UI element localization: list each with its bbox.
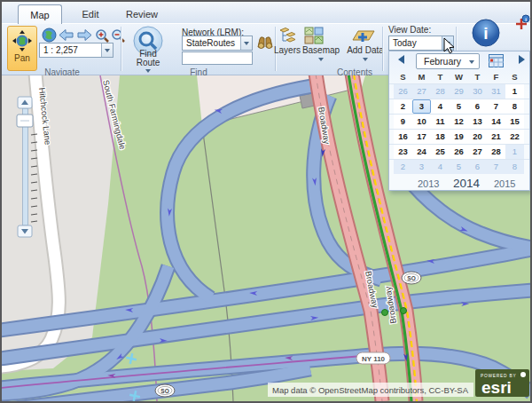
calendar-day[interactable]: 15 [505,115,524,129]
map-attribution: Map data © OpenStreetMap contributors, C… [272,385,469,395]
calendar-grid: 2627282930311234567891011121314151617181… [389,83,529,174]
calendar-next-month-icon[interactable] [516,55,527,67]
scale-value: 1 : 2,257 [43,45,78,55]
ribbon-tab-bar: Map Edit Review [2,2,530,24]
calendar-day[interactable]: 8 [505,160,524,174]
calendar-day[interactable]: 18 [431,130,450,144]
calendar-day[interactable]: 12 [450,115,468,129]
calendar-day[interactable]: 21 [487,130,505,144]
calendar-year-2013[interactable]: 2013 [418,178,439,189]
calendar-year-2015[interactable]: 2015 [494,178,515,189]
add-data-dropdown-icon[interactable] [363,58,368,61]
calendar-day[interactable]: 22 [505,130,524,144]
calendar-month-dropdown[interactable]: February [416,53,480,69]
calendar-weekday: S [505,71,524,83]
group-separator [382,27,384,71]
calendar-day[interactable]: 2 [394,99,412,114]
add-data-icon[interactable] [351,28,376,45]
calendar-day[interactable]: 7 [487,99,505,114]
calendar-weekday: W [450,71,468,83]
calendar-day[interactable]: 14 [487,115,505,129]
calendar-day[interactable]: 3 [412,160,431,174]
calendar-year-row: 2013 2014 2015 [389,176,529,192]
view-date-label: View Date: [388,25,442,35]
app-window: Map Edit Review Pan 1 : [0,0,532,403]
calendar-day[interactable]: 11 [431,115,450,129]
calendar-weekday: S [394,71,412,83]
view-date-value: Today [393,38,417,48]
basemap-icon[interactable] [304,27,324,44]
calendar-day[interactable]: 4 [431,160,450,174]
calendar-day[interactable]: 26 [394,84,412,99]
full-extent-globe-icon[interactable] [41,28,57,43]
calendar-day[interactable]: 9 [394,115,412,129]
calendar-day[interactable]: 17 [412,130,431,144]
pan-globe-icon [12,30,32,51]
previous-extent-arrow-icon[interactable] [59,28,74,43]
calendar-day[interactable]: 20 [468,130,487,144]
calendar-month-value: February [424,56,461,67]
basemap-label: Basemap [301,45,340,55]
pan-button[interactable]: Pan [7,26,37,71]
find-route-label: FindRoute [122,50,174,67]
calendar-year-2014[interactable]: 2014 [453,177,480,190]
calendar-day[interactable]: 13 [468,115,487,129]
calendar-weekday: T [431,71,450,83]
next-extent-arrow-icon[interactable] [76,28,92,43]
calendar-popup: February SMTWTFS 26272829303112345678910… [388,51,530,191]
calendar-day[interactable]: 1 [505,145,524,159]
route-input[interactable] [182,51,253,65]
calendar-prev-month-icon[interactable] [396,55,407,67]
calendar-day[interactable]: 28 [431,84,450,99]
add-data-label: Add Data [344,45,387,55]
zoom-in-icon[interactable] [94,28,110,43]
calendar-header: February [389,51,529,71]
calendar-day[interactable]: 27 [468,145,487,159]
calendar-day[interactable]: 28 [487,145,505,159]
calendar-day[interactable]: 8 [505,99,524,114]
calendar-day[interactable]: 5 [450,160,468,174]
zoom-out-icon[interactable] [110,28,126,43]
identify-route-icon[interactable]: i [514,14,530,30]
calendar-weekday: F [487,71,505,83]
view-date-dropdown-icon[interactable] [442,36,453,50]
pan-label: Pan [8,53,36,63]
calendar-day[interactable]: 7 [487,160,505,174]
calendar-day[interactable]: 29 [450,84,468,99]
calendar-day[interactable]: 4 [431,99,450,114]
calendar-day[interactable]: 30 [468,84,487,99]
calendar-day[interactable]: 19 [450,130,468,144]
basemap-dropdown-icon[interactable] [318,58,324,61]
scale-combobox[interactable]: 1 : 2,257 [39,43,113,58]
calendar-day[interactable]: 31 [487,84,505,99]
calendar-day[interactable]: 6 [468,160,487,174]
tab-edit[interactable]: Edit [73,4,108,24]
route-shield-ny110: NY 110 [356,352,390,364]
calendar-day[interactable]: 1 [505,84,524,99]
calendar-today-icon[interactable] [489,54,504,67]
calendar-day[interactable]: 16 [394,130,412,144]
info-button[interactable]: i [471,18,501,48]
scale-dropdown-icon[interactable] [101,43,113,57]
network-combobox[interactable]: StateRoutes [182,36,253,51]
calendar-day[interactable]: 5 [450,99,468,114]
calendar-day-selected[interactable]: 3 [412,99,431,114]
calendar-day[interactable]: 6 [468,99,487,114]
tab-review[interactable]: Review [119,4,165,24]
calendar-day[interactable]: 23 [394,145,412,159]
calendar-day[interactable]: 24 [412,145,431,159]
calendar-weekday-row: SMTWTFS [389,71,529,83]
esri-brand: esri [481,378,512,397]
view-date-combobox[interactable]: Today [388,36,454,51]
calendar-day[interactable]: 2 [394,160,412,174]
calendar-day[interactable]: 26 [450,145,468,159]
calendar-day[interactable]: 25 [431,145,450,159]
network-dropdown-icon[interactable] [240,36,252,50]
route-shield-so-2: SO [155,384,175,397]
tab-map[interactable]: Map [18,4,62,24]
route-shield-so-1: SO [402,272,421,284]
calendar-day[interactable]: 10 [412,115,431,129]
svg-text:SO: SO [160,388,168,394]
layers-icon[interactable] [278,27,296,44]
calendar-day[interactable]: 27 [412,84,431,99]
